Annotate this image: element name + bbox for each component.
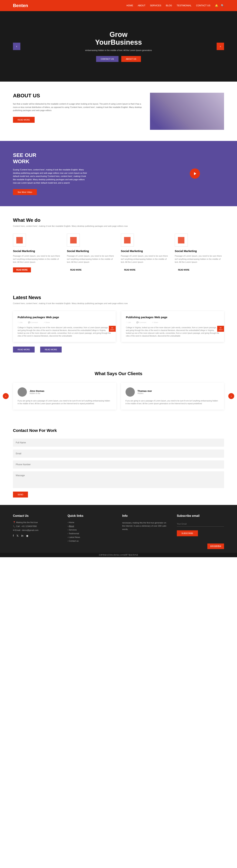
whatwedo-sub: Content here, content here', making it l… bbox=[13, 225, 224, 227]
service-title: Social Marketing bbox=[67, 249, 116, 253]
clients-title: What Says Our Clients bbox=[13, 371, 224, 376]
footer-link[interactable]: › Contact us bbox=[68, 540, 115, 542]
testimonial-name: Jims thomas bbox=[30, 390, 44, 392]
avatar bbox=[18, 388, 27, 397]
testimonial-prev[interactable]: ‹ bbox=[3, 393, 9, 399]
watermark: 织梦模板社区bbs.dienlao.com免费下载使用内容 bbox=[0, 553, 237, 557]
footer-links: Quick links › Home › About › Services › … bbox=[68, 514, 115, 544]
avatar bbox=[126, 388, 135, 397]
testimonial-next[interactable]: › bbox=[228, 393, 234, 399]
testimonial-role: Hidden. bbox=[138, 392, 152, 395]
footer-link[interactable]: › Services bbox=[68, 529, 115, 531]
instagram-icon[interactable]: ◉ bbox=[26, 534, 28, 537]
nav-contact[interactable]: CONTACT US bbox=[196, 4, 210, 7]
name-input[interactable] bbox=[13, 438, 224, 447]
date-badge: 04JULY bbox=[109, 326, 116, 332]
footer: Contact Us 📍 Making this the first true … bbox=[0, 505, 237, 553]
service-readmore[interactable]: READ MORE bbox=[175, 268, 193, 272]
footer-link[interactable]: › Latest News bbox=[68, 536, 115, 538]
news-readmore-button[interactable]: READ MORE bbox=[40, 347, 62, 352]
contact-title: Contact Now For Work bbox=[13, 428, 224, 433]
contact-section: Contact Now For Work SEND bbox=[0, 421, 237, 505]
nav-blog[interactable]: BLOG bbox=[166, 4, 172, 7]
footer-link[interactable]: › About bbox=[68, 525, 115, 527]
facebook-icon[interactable]: f bbox=[13, 534, 14, 537]
carousel-next[interactable]: › bbox=[217, 43, 224, 50]
service-text: Passage of Lorem Ipsum, you need to be s… bbox=[175, 254, 224, 264]
service-title: Social Marketing bbox=[13, 249, 62, 253]
service-readmore[interactable]: READ MORE bbox=[13, 268, 31, 272]
subscribe-button[interactable]: SUBSCRIBE bbox=[177, 530, 198, 536]
work-video-button[interactable]: See More Video bbox=[13, 189, 37, 195]
play-icon[interactable] bbox=[190, 168, 200, 179]
service-readmore[interactable]: READ MORE bbox=[121, 268, 139, 272]
hero-contact-button[interactable]: CONTACT US bbox=[96, 56, 118, 62]
news-sub: Content here, content here', making it l… bbox=[13, 302, 224, 305]
header: Benten HOME ABOUT SERVICES BLOG TESTIMON… bbox=[0, 0, 237, 11]
subscribe-input[interactable] bbox=[177, 521, 224, 527]
twitter-icon[interactable]: 𝕏 bbox=[16, 534, 19, 537]
service-icon bbox=[13, 234, 26, 247]
scroll-top-button[interactable]: 回到顶部图标 bbox=[207, 544, 224, 549]
hero-about-button[interactable]: ABOUT US bbox=[121, 56, 141, 62]
testimonial-name: Thomas mor bbox=[138, 390, 152, 392]
about-title: ABOUT US bbox=[13, 93, 143, 99]
bell-icon[interactable]: 🔔 bbox=[215, 4, 218, 7]
footer-subscribe: Subscribe email SUBSCRIBE bbox=[177, 514, 224, 544]
send-button[interactable]: SEND bbox=[13, 492, 28, 497]
like-icon[interactable]: ♡ Like bbox=[18, 321, 23, 323]
news-section: Latest News Content here, content here',… bbox=[0, 283, 237, 364]
whatwedo-title: What We do bbox=[13, 217, 224, 223]
testimonial-text: If you are going to use a passage of Lor… bbox=[126, 399, 219, 405]
service-icon bbox=[175, 234, 188, 247]
about-text: fact that a reader will be distracted by… bbox=[13, 102, 143, 112]
linkedin-icon[interactable]: in bbox=[21, 534, 23, 537]
service-text: Passage of Lorem Ipsum, you need to be s… bbox=[121, 254, 170, 264]
service-card: Social Marketing Passage of Lorem Ipsum,… bbox=[175, 234, 224, 272]
news-card-title: Publishing packages Web page bbox=[126, 316, 219, 319]
about-section: ABOUT US fact that a reader will be dist… bbox=[0, 82, 237, 141]
news-readmore-button[interactable]: READ MORE bbox=[13, 347, 35, 352]
date-badge: 04JULY bbox=[217, 326, 224, 332]
comment-icon[interactable]: 💬 Comment bbox=[28, 321, 38, 323]
search-icon[interactable]: 🔍 bbox=[221, 4, 224, 7]
like-icon[interactable]: ♡ Like bbox=[126, 321, 131, 323]
work-text: Eusing 'Content here, content here', mak… bbox=[13, 168, 87, 185]
nav-services[interactable]: SERVICES bbox=[150, 4, 161, 7]
footer-email[interactable]: ✉ Email : demo@gmail.com bbox=[13, 529, 60, 531]
hero-subtitle: embarrassing hidden in the middle of tex… bbox=[85, 49, 152, 51]
news-card-text: College in Virginia, looked up one of th… bbox=[126, 326, 219, 337]
share-icon[interactable]: ↗ Share bbox=[43, 321, 50, 323]
service-title: Social Marketing bbox=[121, 249, 170, 253]
footer-contact: Contact Us 📍 Making this the first true … bbox=[13, 514, 60, 544]
message-input[interactable] bbox=[13, 471, 224, 488]
footer-link[interactable]: › Home bbox=[68, 521, 115, 524]
about-readmore-button[interactable]: READ MORE bbox=[13, 117, 35, 123]
service-icon bbox=[121, 234, 134, 247]
whatwedo-section: What We do Content here, content here', … bbox=[0, 206, 237, 283]
work-section: SEE OURWORK Eusing 'Content here, conten… bbox=[0, 141, 237, 206]
testimonial-text: If you are going to use a passage of Lor… bbox=[18, 399, 112, 405]
testimonial-card: Thomas morHidden. If you are going to us… bbox=[121, 383, 224, 410]
work-title: SEE OURWORK bbox=[13, 152, 224, 164]
clients-section: What Says Our Clients ‹ › Jims thomashid… bbox=[0, 364, 237, 421]
footer-link[interactable]: › Testimonial bbox=[68, 532, 115, 535]
footer-phone[interactable]: 📞 Call : +01 1234567890 bbox=[13, 525, 60, 528]
carousel-prev[interactable]: ‹ bbox=[13, 43, 21, 50]
comment-icon[interactable]: 💬 Comment bbox=[136, 321, 146, 323]
service-card: Social Marketing Passage of Lorem Ipsum,… bbox=[67, 234, 116, 272]
email-input[interactable] bbox=[13, 450, 224, 458]
news-card: Publishing packages Web page ♡ Like 💬 Co… bbox=[13, 311, 116, 342]
hero-section: ‹ › GrowYourBusiness embarrassing hidden… bbox=[0, 11, 237, 82]
footer-info: Info necessary, making this the first tr… bbox=[122, 514, 169, 544]
nav-home[interactable]: HOME bbox=[127, 4, 133, 7]
footer-address: 📍 Making this the first true bbox=[13, 521, 60, 524]
share-icon[interactable]: ↗ Share bbox=[152, 321, 158, 323]
nav-about[interactable]: ABOUT bbox=[138, 4, 145, 7]
service-readmore[interactable]: READ MORE bbox=[67, 268, 85, 272]
phone-input[interactable] bbox=[13, 460, 224, 469]
about-image bbox=[150, 93, 224, 130]
news-card: Publishing packages Web page ♡ Like 💬 Co… bbox=[121, 311, 224, 342]
logo[interactable]: Benten bbox=[13, 3, 28, 8]
nav-testimonial[interactable]: TESTIMONIAL bbox=[177, 4, 192, 7]
